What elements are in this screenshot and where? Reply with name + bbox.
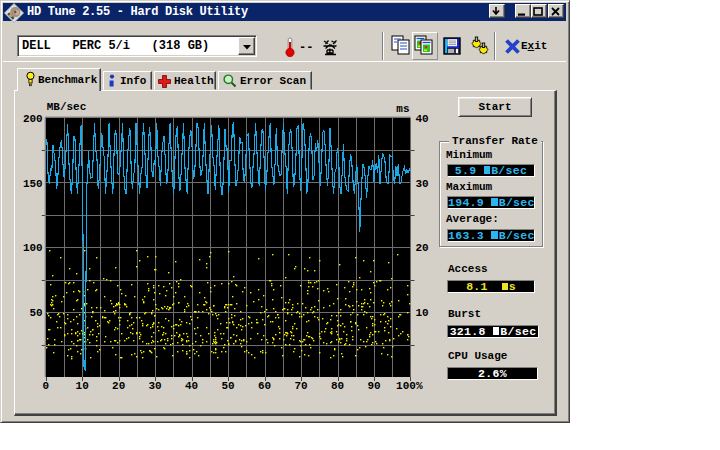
svg-text:MB/sec: MB/sec <box>47 101 87 113</box>
svg-text:ms: ms <box>396 103 409 115</box>
svg-text:50: 50 <box>221 380 234 392</box>
svg-text:100%: 100% <box>396 380 423 392</box>
svg-text:10: 10 <box>416 307 429 319</box>
svg-text:100: 100 <box>23 242 43 254</box>
svg-text:50: 50 <box>29 307 42 319</box>
svg-text:90: 90 <box>367 380 380 392</box>
svg-text:70: 70 <box>294 380 307 392</box>
svg-text:20: 20 <box>416 242 429 254</box>
svg-text:0: 0 <box>42 380 49 392</box>
svg-text:40: 40 <box>416 113 429 125</box>
svg-text:20: 20 <box>112 380 125 392</box>
svg-text:30: 30 <box>148 380 161 392</box>
svg-text:10: 10 <box>76 380 89 392</box>
svg-text:150: 150 <box>23 178 43 190</box>
svg-text:200: 200 <box>23 113 43 125</box>
svg-text:80: 80 <box>331 380 344 392</box>
svg-text:60: 60 <box>258 380 271 392</box>
svg-text:40: 40 <box>185 380 198 392</box>
svg-text:30: 30 <box>416 178 429 190</box>
